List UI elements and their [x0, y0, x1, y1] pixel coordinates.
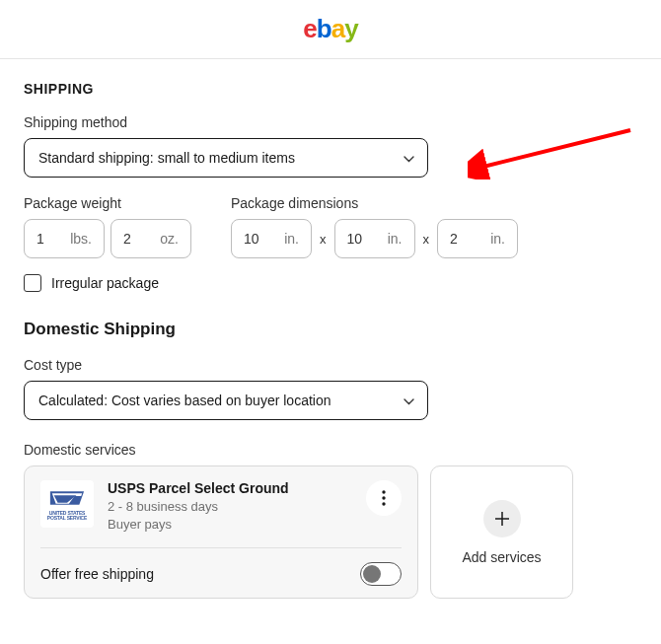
plus-icon [493, 510, 511, 528]
dim-length-input[interactable] [244, 231, 273, 247]
shipping-section-title: SHIPPING [24, 81, 637, 97]
package-weight-group: Package weight lbs. oz. [24, 195, 191, 258]
unit-oz: oz. [160, 231, 179, 247]
svg-line-0 [479, 130, 630, 168]
shipping-method-value: Standard shipping: small to medium items [38, 150, 295, 166]
offer-free-shipping-toggle[interactable] [360, 562, 402, 586]
usps-text: UNITED STATESPOSTAL SERVICE [47, 511, 87, 522]
cost-type-select[interactable]: Calculated: Cost varies based on buyer l… [24, 381, 428, 420]
offer-free-shipping-label: Offer free shipping [40, 566, 154, 582]
plus-icon-circle [483, 500, 521, 537]
weight-oz-input-wrap[interactable]: oz. [110, 219, 191, 258]
package-weight-label: Package weight [24, 195, 191, 211]
service-options-button[interactable] [366, 480, 402, 516]
toggle-knob [363, 565, 381, 583]
kebab-icon [382, 490, 386, 506]
svg-point-2 [382, 490, 385, 493]
service-delivery-time: 2 - 8 business days [108, 498, 352, 516]
package-dimensions-group: Package dimensions in. x in. x in. [231, 195, 518, 258]
weight-oz-input[interactable] [123, 231, 153, 247]
dimension-separator: x [421, 232, 432, 247]
unit-lbs: lbs. [70, 231, 92, 247]
irregular-package-checkbox[interactable] [24, 274, 41, 292]
service-card: UNITED STATESPOSTAL SERVICE USPS Parcel … [24, 465, 418, 599]
dim-width-input-wrap[interactable]: in. [334, 219, 415, 258]
cost-type-label: Cost type [24, 357, 637, 373]
shipping-method-select[interactable]: Standard shipping: small to medium items [24, 138, 428, 178]
annotation-arrow [468, 120, 645, 183]
unit-in: in. [388, 231, 403, 247]
weight-lbs-input-wrap[interactable]: lbs. [24, 219, 105, 258]
content-area: SHIPPING Shipping method Standard shippi… [0, 59, 661, 620]
svg-point-4 [382, 502, 385, 505]
add-services-label: Add services [462, 549, 541, 565]
weight-lbs-input[interactable] [37, 231, 66, 247]
logo-letter-y: y [344, 14, 357, 43]
dim-height-input-wrap[interactable]: in. [437, 219, 518, 258]
service-payer: Buyer pays [108, 516, 352, 534]
header-logo-bar: ebay [0, 0, 661, 59]
domestic-services-label: Domestic services [24, 442, 637, 458]
logo-letter-a: a [331, 14, 344, 43]
unit-in: in. [284, 231, 299, 247]
domestic-shipping-heading: Domestic Shipping [24, 320, 637, 339]
logo-letter-e: e [303, 14, 316, 43]
svg-point-3 [382, 496, 385, 499]
add-services-button[interactable]: Add services [430, 465, 573, 599]
ebay-logo: ebay [303, 14, 357, 44]
cost-type-value: Calculated: Cost varies based on buyer l… [38, 393, 331, 408]
unit-in: in. [490, 231, 505, 247]
irregular-package-label: Irregular package [51, 275, 159, 291]
usps-logo: UNITED STATESPOSTAL SERVICE [40, 480, 94, 528]
dim-length-input-wrap[interactable]: in. [231, 219, 312, 258]
service-name: USPS Parcel Select Ground [108, 480, 352, 496]
package-dimensions-label: Package dimensions [231, 195, 518, 211]
dim-height-input[interactable] [450, 231, 479, 247]
dimension-separator: x [318, 232, 329, 247]
dim-width-input[interactable] [347, 231, 377, 247]
logo-letter-b: b [317, 14, 331, 43]
